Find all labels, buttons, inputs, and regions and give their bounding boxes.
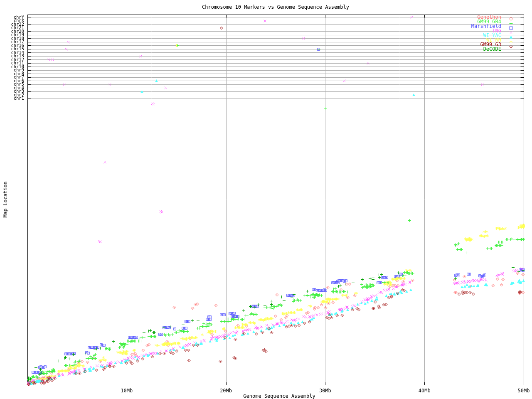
x-tick-label-30mb: 30Mb <box>313 388 337 394</box>
chart-stage: Chromosome 10 Markers vs Genome Sequence… <box>0 0 532 399</box>
marshfield-open-square-icon <box>509 24 513 29</box>
wi_rh-asterisk-icon <box>509 38 513 42</box>
wi_yac-triangle-icon <box>509 33 513 38</box>
scatter-plot-canvas <box>0 0 532 399</box>
legend-item-decode: DeCODE <box>483 47 501 52</box>
chrom-label-chr1: chr1 <box>0 96 24 100</box>
x-axis-label: Genome Sequence Assembly <box>243 393 315 399</box>
x-tick-label-10mb: 10Mb <box>114 388 139 394</box>
x-tick-label-20mb: 20Mb <box>214 388 239 394</box>
x-tick-label-40mb: 40Mb <box>412 388 437 394</box>
genethon-open-diamond-icon <box>509 15 513 20</box>
y-axis-label: Map Location <box>2 182 8 218</box>
gm99_gb4-plus-icon <box>509 20 513 24</box>
tng-x-icon <box>509 29 513 33</box>
decode-plus-icon <box>509 47 513 52</box>
chart-title: Chromosome 10 Markers vs Genome Sequence… <box>202 4 349 10</box>
x-tick-label-50mb: 50Mb <box>511 388 532 394</box>
gm99_g3-open-diamond-icon <box>509 42 513 47</box>
